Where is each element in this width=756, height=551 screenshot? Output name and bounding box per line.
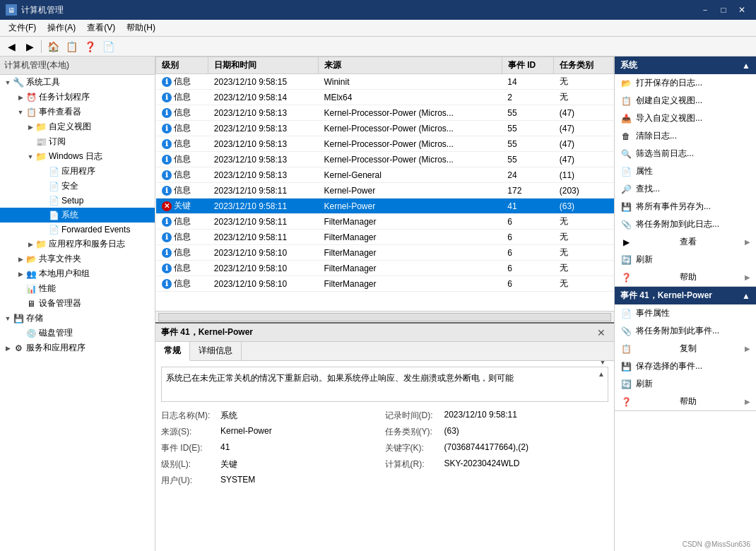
events-table: 级别 日期和时间 来源 事件 ID 任务类别 ℹ 信息 2023/12/10 9… xyxy=(155,57,614,292)
action-item-icon: 📎 xyxy=(620,219,632,230)
table-row[interactable]: ℹ 信息 2023/12/10 9:58:11 FilterManager 6 … xyxy=(156,230,614,245)
menu-view[interactable]: 查看(V) xyxy=(81,20,121,35)
table-row[interactable]: ℹ 信息 2023/12/10 9:58:13 Kernel-General 2… xyxy=(156,167,614,183)
table-row[interactable]: ℹ 信息 2023/12/10 9:58:10 FilterManager 6 … xyxy=(156,276,614,292)
action-item-icon: 📎 xyxy=(620,326,632,337)
action-item-1-1[interactable]: 📎 将任务附加到此事件... xyxy=(615,322,756,340)
cell-level: ℹ 信息 xyxy=(156,245,208,261)
back-button[interactable]: ◀ xyxy=(3,39,20,54)
storage-icon: 💾 xyxy=(13,313,24,324)
action-item-1-4[interactable]: 🔄 刷新 xyxy=(615,375,756,393)
action-item-label: 查看 xyxy=(680,236,697,248)
table-row[interactable]: ℹ 信息 2023/12/10 9:58:14 MElx64 2 无 xyxy=(156,90,614,105)
action-item-0-8[interactable]: 📎 将任务附加到此日志... xyxy=(615,215,756,233)
action-item-0-9[interactable]: ▶ 查看 ▶ xyxy=(615,233,756,251)
table-row[interactable]: ℹ 信息 2023/12/10 9:58:15 Wininit 14 无 xyxy=(156,74,614,90)
table-row[interactable]: ℹ 信息 2023/12/10 9:58:10 FilterManager 6 … xyxy=(156,261,614,276)
action-item-label: 刷新 xyxy=(636,378,653,390)
sidebar-item-performance[interactable]: 📊 性能 xyxy=(0,281,155,296)
action-item-0-0[interactable]: 📂 打开保存的日志... xyxy=(615,74,756,92)
scroll-down-btn[interactable]: ▼ xyxy=(599,361,606,367)
action-item-0-5[interactable]: 📄 属性 xyxy=(615,162,756,180)
table-row[interactable]: ℹ 信息 2023/12/10 9:58:13 Kernel-Processor… xyxy=(156,105,614,121)
col-task[interactable]: 任务类别 xyxy=(554,57,614,74)
action-item-1-5[interactable]: ❓ 帮助 ▶ xyxy=(615,393,756,410)
close-button[interactable]: ✕ xyxy=(733,3,750,17)
table-row[interactable]: ℹ 信息 2023/12/10 9:58:13 Kernel-Processor… xyxy=(156,136,614,152)
sidebar-item-system[interactable]: 📄 系统 xyxy=(0,208,155,223)
export-button[interactable]: 📄 xyxy=(100,39,117,54)
sidebar-item-event-viewer[interactable]: ▼ 📋 事件查看器 xyxy=(0,105,155,119)
action-item-0-7[interactable]: 💾 将所有事件另存为... xyxy=(615,198,756,215)
action-item-0-10[interactable]: 🔄 刷新 xyxy=(615,251,756,268)
horizontal-scrollbar[interactable] xyxy=(158,313,611,321)
help-toolbar-button[interactable]: ❓ xyxy=(81,39,98,54)
home-button[interactable]: 🏠 xyxy=(45,39,61,54)
field-computer: 计算机(R): SKY-20230424WLD xyxy=(385,456,609,473)
action-item-icon: 🔄 xyxy=(620,379,632,390)
sidebar-item-disk-management[interactable]: 💿 磁盘管理 xyxy=(0,326,155,340)
table-row[interactable]: ℹ 信息 2023/12/10 9:58:13 Kernel-Processor… xyxy=(156,121,614,136)
action-item-0-3[interactable]: 🗑 清除日志... xyxy=(615,127,756,145)
scroll-up-btn[interactable]: ▲ xyxy=(598,369,605,379)
action-item-1-3[interactable]: 💾 保存选择的事件... xyxy=(615,357,756,375)
col-source[interactable]: 来源 xyxy=(318,57,502,74)
level-icon: ℹ xyxy=(162,186,172,196)
table-row[interactable]: ℹ 信息 2023/12/10 9:58:11 Kernel-Power 172… xyxy=(156,183,614,199)
cell-datetime: 2023/12/10 9:58:13 xyxy=(208,121,319,136)
table-row[interactable]: ✕ 关键 2023/12/10 9:58:11 Kernel-Power 41 … xyxy=(156,199,614,214)
menu-help[interactable]: 帮助(H) xyxy=(121,20,161,35)
expand-arrow: ▼ xyxy=(3,79,13,86)
action-item-0-2[interactable]: 📥 导入自定义视图... xyxy=(615,109,756,127)
detail-content: 系统已在未先正常关机的情况下重新启动。如果系统停止响应、发生崩溃或意外断电，则可… xyxy=(155,361,614,494)
tab-details[interactable]: 详细信息 xyxy=(190,342,242,360)
sidebar-item-local-users[interactable]: ▶ 👥 本地用户和组 xyxy=(0,266,155,281)
folder-icon: 📁 xyxy=(35,122,47,133)
menu-file[interactable]: 文件(F) xyxy=(3,20,42,35)
sidebar-item-storage[interactable]: ▼ 💾 存储 xyxy=(0,311,155,326)
col-event-id[interactable]: 事件 ID xyxy=(502,57,553,74)
tab-general[interactable]: 常规 xyxy=(155,342,190,361)
sidebar-item-app-service-logs[interactable]: ▶ 📁 应用程序和服务日志 xyxy=(0,237,155,251)
sidebar-item-windows-logs[interactable]: ▼ 📁 Windows 日志 xyxy=(0,149,155,164)
action-item-label: 帮助 xyxy=(680,271,697,283)
sidebar-item-device-manager[interactable]: 🖥 设备管理器 xyxy=(0,296,155,311)
sidebar-item-task-scheduler[interactable]: ▶ ⏰ 任务计划程序 xyxy=(0,90,155,105)
center-panel: 级别 日期和时间 来源 事件 ID 任务类别 ℹ 信息 2023/12/10 9… xyxy=(155,57,615,551)
sidebar-item-security[interactable]: 📄 安全 xyxy=(0,179,155,194)
action-item-0-1[interactable]: 📋 创建自定义视图... xyxy=(615,92,756,109)
action-item-label: 保存选择的事件... xyxy=(636,360,702,372)
maximize-button[interactable]: □ xyxy=(715,3,732,17)
sidebar-item-forwarded-events[interactable]: 📄 Forwarded Events xyxy=(0,223,155,237)
field-task: 任务类别(Y): (63) xyxy=(385,424,609,440)
minimize-button[interactable]: － xyxy=(697,3,714,17)
col-level[interactable]: 级别 xyxy=(156,57,208,74)
action-item-icon: 📂 xyxy=(620,78,632,89)
sidebar-item-shared-folders[interactable]: ▶ 📂 共享文件夹 xyxy=(0,251,155,266)
cell-datetime: 2023/12/10 9:58:11 xyxy=(208,214,319,230)
table-row[interactable]: ℹ 信息 2023/12/10 9:58:13 Kernel-Processor… xyxy=(156,152,614,167)
menu-action[interactable]: 操作(A) xyxy=(42,20,81,35)
table-row[interactable]: ℹ 信息 2023/12/10 9:58:11 FilterManager 6 … xyxy=(156,214,614,230)
cell-event-id: 55 xyxy=(502,136,553,152)
col-datetime[interactable]: 日期和时间 xyxy=(208,57,319,74)
sidebar-item-services-apps[interactable]: ▶ ⚙ 服务和应用程序 xyxy=(0,340,155,355)
sidebar-item-setup[interactable]: 📄 Setup xyxy=(0,194,155,208)
action-item-1-2[interactable]: 📋 复制 ▶ xyxy=(615,340,756,357)
events-table-container[interactable]: 级别 日期和时间 来源 事件 ID 任务类别 ℹ 信息 2023/12/10 9… xyxy=(155,57,614,311)
action-item-label: 刷新 xyxy=(636,254,653,266)
cell-datetime: 2023/12/10 9:58:13 xyxy=(208,152,319,167)
refresh-button[interactable]: 📋 xyxy=(63,39,80,54)
forward-button[interactable]: ▶ xyxy=(21,39,38,54)
action-item-0-11[interactable]: ❓ 帮助 ▶ xyxy=(615,268,756,286)
action-item-1-0[interactable]: 📄 事件属性 xyxy=(615,304,756,322)
sidebar-item-custom-views[interactable]: ▶ 📁 自定义视图 xyxy=(0,119,155,134)
table-row[interactable]: ℹ 信息 2023/12/10 9:58:10 FilterManager 6 … xyxy=(156,245,614,261)
sidebar-item-system-tools[interactable]: ▼ 🔧 系统工具 xyxy=(0,75,155,90)
cell-source: FilterManager xyxy=(318,245,502,261)
detail-close-button[interactable]: ✕ xyxy=(594,327,608,338)
sidebar-item-subscriptions[interactable]: 📰 订阅 xyxy=(0,134,155,149)
action-item-0-6[interactable]: 🔎 查找... xyxy=(615,180,756,198)
action-item-0-4[interactable]: 🔍 筛选当前日志... xyxy=(615,145,756,162)
sidebar-item-application[interactable]: 📄 应用程序 xyxy=(0,164,155,179)
